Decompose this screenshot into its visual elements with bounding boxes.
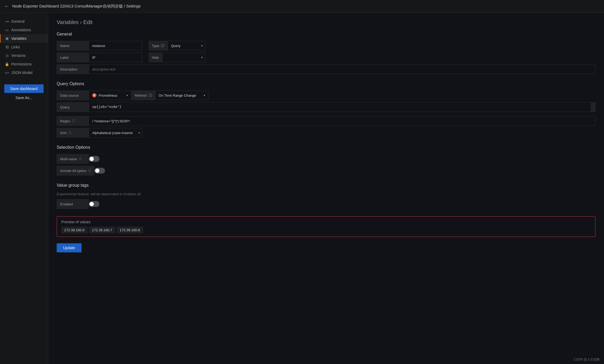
save-dashboard-button[interactable]: Save dashboard bbox=[4, 84, 44, 93]
sort-select-wrapper: Alphabetical (case-insensi Disabled Alph… bbox=[89, 128, 142, 138]
query-label: Query bbox=[57, 102, 89, 112]
preview-title: Preview of values bbox=[61, 220, 591, 224]
general-section-title: General bbox=[57, 32, 595, 37]
type-info-icon: ⓘ bbox=[161, 43, 164, 48]
general-section: General Name Type ⓘ Query Custom Text bo… bbox=[57, 32, 595, 74]
type-label: Type ⓘ bbox=[149, 41, 168, 50]
selection-options-section: Selection Options Multi-value ⓘ Include … bbox=[57, 145, 595, 175]
hide-select[interactable]: Variable Variable + Label bbox=[162, 53, 205, 62]
regex-info-icon: ⓘ bbox=[72, 119, 75, 123]
preview-value-0: 172.39.160.6 bbox=[61, 227, 87, 233]
sidebar-item-links[interactable]: ⛓ Links bbox=[0, 43, 48, 51]
datasource-select[interactable]: P Prometheus ▾ bbox=[89, 91, 131, 100]
description-input[interactable] bbox=[89, 64, 595, 74]
sidebar-item-label: Links bbox=[11, 45, 20, 49]
code-icon: <> bbox=[5, 71, 9, 75]
preview-value-1: 172.39.160.7 bbox=[89, 227, 115, 233]
include-all-row: Include All option ⓘ bbox=[57, 166, 595, 175]
query-textarea-wrapper: up{job="node"} ⋮ bbox=[89, 102, 595, 112]
main-content: Variables › Edit General Name Type ⓘ Que… bbox=[48, 13, 604, 364]
query-row: Query up{job="node"} ⋮ bbox=[57, 102, 595, 114]
sort-label: Sort ⓘ bbox=[57, 128, 89, 138]
topbar-title: Node Exporter Dashboard 220413 ConsulMan… bbox=[12, 4, 141, 9]
sidebar-item-label: Permissions bbox=[11, 62, 32, 66]
query-options-section: Query Options Data source P Prometheus ▾… bbox=[57, 81, 595, 138]
multi-value-label: Multi-value ⓘ bbox=[57, 154, 89, 164]
sidebar-item-annotations[interactable]: ▭ Annotations bbox=[0, 26, 48, 34]
sidebar-item-label: Versions bbox=[11, 53, 26, 58]
vgt-enabled-row: Enabled bbox=[57, 199, 595, 209]
preview-section: Preview of values 172.39.160.6 172.39.16… bbox=[57, 216, 595, 237]
description-row: Description bbox=[57, 64, 595, 74]
preview-values: 172.39.160.6 172.39.160.7 172.39.160.8 bbox=[61, 227, 591, 233]
sidebar-divider bbox=[0, 77, 48, 81]
sidebar: ⊶ General ▭ Annotations ⊞ Variables ⛓ Li… bbox=[0, 13, 48, 364]
include-all-toggle[interactable] bbox=[94, 168, 105, 174]
footer-text: CSDN @人生劲舞 bbox=[574, 357, 600, 362]
lock-icon: 🔒 bbox=[5, 62, 9, 66]
datasource-label: Data source bbox=[57, 91, 89, 100]
regex-input[interactable] bbox=[89, 116, 595, 126]
breadcrumb-sep: › bbox=[79, 19, 83, 25]
breadcrumb-current: Edit bbox=[83, 19, 92, 25]
annotation-icon: ▭ bbox=[5, 28, 9, 32]
multi-value-toggle[interactable] bbox=[89, 156, 99, 162]
versions-icon: ◷ bbox=[5, 54, 9, 58]
value-group-tags-section: Value group tags Experimental feature, w… bbox=[57, 183, 595, 209]
sidebar-item-general[interactable]: ⊶ General bbox=[0, 17, 48, 26]
sort-info-icon: ⓘ bbox=[68, 131, 71, 135]
type-select-wrapper: Query Custom Text box Constant Data sour… bbox=[168, 41, 205, 50]
preview-value-2: 172.39.160.8 bbox=[117, 227, 143, 233]
sidebar-item-variables[interactable]: ⊞ Variables bbox=[0, 34, 48, 43]
update-button[interactable]: Update bbox=[57, 243, 82, 252]
multi-value-row: Multi-value ⓘ bbox=[57, 154, 595, 164]
on-time-text: On Time Range Change bbox=[159, 93, 202, 97]
refresh-info-icon: ⓘ bbox=[149, 93, 152, 98]
multi-value-info-icon: ⓘ bbox=[79, 157, 82, 161]
datasource-chevron-icon: ▾ bbox=[126, 94, 128, 97]
include-all-label: Include All option ⓘ bbox=[57, 166, 94, 175]
refresh-label: Refresh ⓘ bbox=[131, 91, 155, 100]
hide-label: Hide bbox=[149, 53, 162, 62]
links-icon: ⛓ bbox=[5, 45, 9, 49]
vgt-enabled-toggle[interactable] bbox=[89, 201, 99, 207]
query-textarea[interactable]: up{job="node"} bbox=[89, 102, 591, 112]
regex-label: Regex ⓘ bbox=[57, 116, 89, 126]
prometheus-icon: P bbox=[92, 93, 96, 97]
query-options-title: Query Options bbox=[57, 81, 595, 86]
sidebar-item-label: Annotations bbox=[11, 28, 31, 32]
name-label: Name bbox=[57, 41, 89, 50]
resize-handle[interactable]: ⋮ bbox=[591, 102, 595, 112]
page-title: Variables › Edit bbox=[57, 19, 595, 25]
sidebar-item-permissions[interactable]: 🔒 Permissions bbox=[0, 60, 48, 68]
label-hide-row: Label Hide Variable Variable + Label bbox=[57, 53, 595, 62]
selection-options-title: Selection Options bbox=[57, 145, 595, 150]
vgt-title: Value group tags bbox=[57, 183, 595, 188]
sidebar-item-label: Variables bbox=[11, 36, 26, 41]
datasource-name: Prometheus bbox=[99, 93, 124, 97]
save-as-button[interactable]: Save As... bbox=[4, 95, 44, 101]
topbar: ← Node Exporter Dashboard 220413 ConsulM… bbox=[0, 0, 604, 13]
label-label: Label bbox=[57, 53, 89, 62]
sidebar-item-label: JSON Model bbox=[11, 71, 32, 75]
name-type-row: Name Type ⓘ Query Custom Text box Consta… bbox=[57, 41, 595, 50]
sidebar-item-json-model[interactable]: <> JSON Model bbox=[0, 68, 48, 77]
on-time-select[interactable]: On Time Range Change ▾ bbox=[155, 91, 209, 100]
breadcrumb-parent: Variables bbox=[57, 19, 79, 25]
sliders-icon: ⊶ bbox=[5, 19, 9, 24]
type-select[interactable]: Query Custom Text box Constant Data sour… bbox=[168, 41, 205, 50]
vgt-description: Experimental feature, will be deprecated… bbox=[57, 192, 595, 196]
label-input[interactable] bbox=[89, 53, 142, 62]
include-all-info-icon: ⓘ bbox=[88, 169, 91, 173]
vgt-enabled-label: Enabled bbox=[57, 199, 89, 209]
sort-select[interactable]: Alphabetical (case-insensi Disabled Alph… bbox=[89, 128, 142, 138]
layout: ⊶ General ▭ Annotations ⊞ Variables ⛓ Li… bbox=[0, 13, 604, 364]
back-button[interactable]: ← bbox=[4, 3, 9, 9]
name-input[interactable] bbox=[89, 41, 142, 50]
sidebar-item-label: General bbox=[11, 19, 25, 24]
sidebar-item-versions[interactable]: ◷ Versions bbox=[0, 51, 48, 60]
sort-row: Sort ⓘ Alphabetical (case-insensi Disabl… bbox=[57, 128, 595, 138]
on-time-chevron-icon: ▾ bbox=[204, 94, 205, 97]
datasource-refresh-row: Data source P Prometheus ▾ Refresh ⓘ On … bbox=[57, 91, 595, 100]
regex-row: Regex ⓘ bbox=[57, 116, 595, 126]
